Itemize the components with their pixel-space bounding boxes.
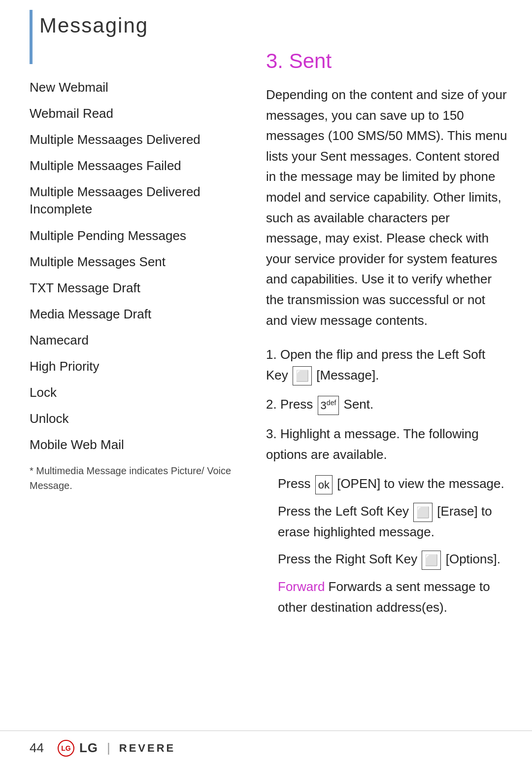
lg-logo-text: LG [61,744,70,752]
section-body: Depending on the content and size of you… [266,85,507,331]
right-column: 3. Sent Depending on the content and siz… [266,49,507,625]
step-2: 2. Press 3def Sent. [266,394,507,415]
ok-icon: ok [315,475,332,494]
menu-item: Mobile Web Mail [30,436,246,453]
footer: 44 LG LG | REVERE [0,730,532,765]
step-3-text: 3. Highlight a message. The following op… [266,426,479,462]
lg-circle-icon: LG [58,740,74,757]
softkey-icon-1: ⬜ [293,366,312,385]
sub-step-2: Press the Left Soft Key ⬜ [Erase] to era… [266,501,507,542]
footer-logo: 44 LG LG | REVERE [30,740,175,757]
footnote: * Multimedia Message indicates Picture/ … [30,463,241,493]
page-container: Messaging New WebmailWebmail ReadMultipl… [0,0,532,765]
sub-step-1: Press ok [OPEN] to view the message. [266,474,507,494]
step-2-text: 2. Press 3def Sent. [266,397,373,412]
softkey-icon-2: ⬜ [413,503,432,522]
menu-item: Multiple Pending Messages [30,227,246,244]
step-3: 3. Highlight a message. The following op… [266,424,507,465]
key-3def-icon: 3def [318,396,339,415]
left-column: New WebmailWebmail ReadMultiple Messaage… [30,79,246,462]
pipe-divider: | [107,740,110,756]
menu-item: Lock [30,384,246,401]
page-number: 44 [30,740,44,756]
menu-item: Namecard [30,332,246,349]
menu-item: Multiple Messaages Delivered [30,131,246,148]
page-title: Messaging [39,14,148,37]
step-1: 1. Open the flip and press the Left Soft… [266,345,507,385]
section-title: 3. Sent [266,49,507,73]
lg-text: LG [79,740,98,756]
forward-label: Forward [278,579,325,594]
menu-item: Media Message Draft [30,306,246,323]
softkey-icon-3: ⬜ [422,551,441,570]
menu-item: New Webmail [30,79,246,96]
menu-item: Unlock [30,410,246,427]
menu-item: Multiple Messages Sent [30,253,246,271]
sub-step-3: Press the Right Soft Key ⬜ [Options]. [266,549,507,570]
menu-item: Multiple Messaages Delivered Incomplete [30,183,246,218]
menu-item: TXT Message Draft [30,279,246,297]
menu-item: Webmail Read [30,105,246,122]
menu-item: Multiple Messaages Failed [30,157,246,174]
accent-bar [30,10,33,64]
forward-step: Forward Forwards a sent message to other… [266,577,507,618]
menu-item: High Priority [30,358,246,375]
step-1-text: 1. Open the flip and press the Left Soft… [266,347,485,382]
revere-brand: REVERE [119,742,175,755]
